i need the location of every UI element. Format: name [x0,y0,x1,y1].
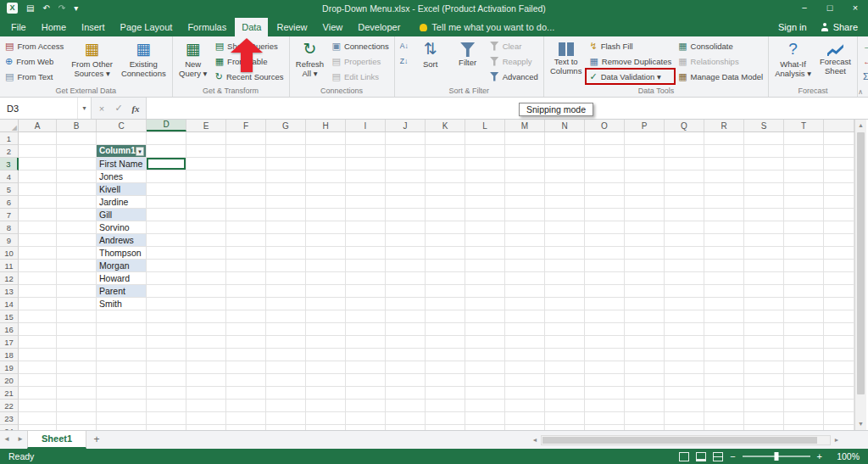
cell-N16[interactable] [545,323,585,336]
cell-J17[interactable] [386,336,426,349]
cell-A13[interactable] [19,285,57,298]
cell-G23[interactable] [266,412,306,425]
cell-J5[interactable] [386,183,426,196]
cell-S20[interactable] [744,374,784,387]
row-header-24[interactable]: 24 [0,425,19,430]
zoom-level[interactable]: 100% [829,451,860,461]
row-header-23[interactable]: 23 [0,412,19,425]
cell-partial-7[interactable] [824,209,854,221]
cell-Q18[interactable] [665,349,704,361]
cell-Q3[interactable] [665,158,704,171]
cell-partial-11[interactable] [824,260,854,272]
cell-B18[interactable] [57,349,97,361]
cell-G15[interactable] [266,310,306,323]
cell-N1[interactable] [545,132,585,145]
cell-T15[interactable] [784,310,824,323]
cell-Q6[interactable] [665,196,704,209]
cell-G12[interactable] [266,272,306,285]
cell-T12[interactable] [784,272,824,285]
cell-G24[interactable] [266,425,306,430]
cell-K24[interactable] [426,425,465,430]
cell-A8[interactable] [19,221,57,234]
cell-F22[interactable] [226,400,266,412]
cell-G11[interactable] [266,260,306,272]
cell-L5[interactable] [465,183,505,196]
cell-K20[interactable] [426,374,465,387]
cell-S11[interactable] [744,260,784,272]
cell-I11[interactable] [346,260,386,272]
cell-H22[interactable] [306,400,346,412]
cell-M8[interactable] [505,221,545,234]
cell-G16[interactable] [266,323,306,336]
cell-partial-1[interactable] [824,132,854,145]
ungroup-button[interactable]: ←Ungroup ▾ [860,53,868,69]
cell-L13[interactable] [465,285,505,298]
cell-O8[interactable] [585,221,625,234]
cell-N12[interactable] [545,272,585,285]
cell-D17[interactable] [147,336,186,349]
cell-A3[interactable] [19,158,57,171]
cell-L18[interactable] [465,349,505,361]
cell-R12[interactable] [704,272,744,285]
cell-A2[interactable] [19,145,57,158]
cell-H19[interactable] [306,361,346,374]
cell-partial-20[interactable] [824,374,854,387]
cell-Q12[interactable] [665,272,704,285]
row-header-20[interactable]: 20 [0,374,19,387]
cell-J11[interactable] [386,260,426,272]
cell-M4[interactable] [505,171,545,183]
cell-B22[interactable] [57,400,97,412]
cell-C4[interactable]: Jones [97,171,147,183]
row-header-8[interactable]: 8 [0,221,19,234]
column-header-g[interactable]: G [266,120,306,131]
cell-S12[interactable] [744,272,784,285]
cell-R16[interactable] [704,323,744,336]
cell-E9[interactable] [186,234,226,247]
cell-R9[interactable] [704,234,744,247]
cell-A12[interactable] [19,272,57,285]
cell-M23[interactable] [505,412,545,425]
cell-H18[interactable] [306,349,346,361]
cell-P9[interactable] [625,234,665,247]
cell-C17[interactable] [97,336,147,349]
cell-F5[interactable] [226,183,266,196]
cell-R22[interactable] [704,400,744,412]
cell-M24[interactable] [505,425,545,430]
cell-G3[interactable] [266,158,306,171]
row-header-15[interactable]: 15 [0,310,19,323]
column-header-n[interactable]: N [545,120,585,131]
cell-B19[interactable] [57,361,97,374]
cell-L24[interactable] [465,425,505,430]
cell-P24[interactable] [625,425,665,430]
column-header-m[interactable]: M [505,120,545,131]
cell-partial-21[interactable] [824,387,854,400]
cell-E24[interactable] [186,425,226,430]
cell-N20[interactable] [545,374,585,387]
cell-L11[interactable] [465,260,505,272]
cell-A20[interactable] [19,374,57,387]
cell-B23[interactable] [57,412,97,425]
cell-D18[interactable] [147,349,186,361]
cell-C20[interactable] [97,374,147,387]
cell-partial-16[interactable] [824,323,854,336]
cell-E15[interactable] [186,310,226,323]
cell-A5[interactable] [19,183,57,196]
cell-H9[interactable] [306,234,346,247]
horizontal-scrollbar[interactable]: ◄ ► [529,431,868,449]
cell-P17[interactable] [625,336,665,349]
cell-N2[interactable] [545,145,585,158]
cell-D24[interactable] [147,425,186,430]
cell-N18[interactable] [545,349,585,361]
cell-S21[interactable] [744,387,784,400]
cell-N22[interactable] [545,400,585,412]
cell-H20[interactable] [306,374,346,387]
cell-B11[interactable] [57,260,97,272]
cell-T23[interactable] [784,412,824,425]
row-header-10[interactable]: 10 [0,247,19,260]
cell-O21[interactable] [585,387,625,400]
cell-Q1[interactable] [665,132,704,145]
cell-K23[interactable] [426,412,465,425]
new-sheet-button[interactable]: + [86,431,107,449]
cell-A19[interactable] [19,361,57,374]
cell-M21[interactable] [505,387,545,400]
